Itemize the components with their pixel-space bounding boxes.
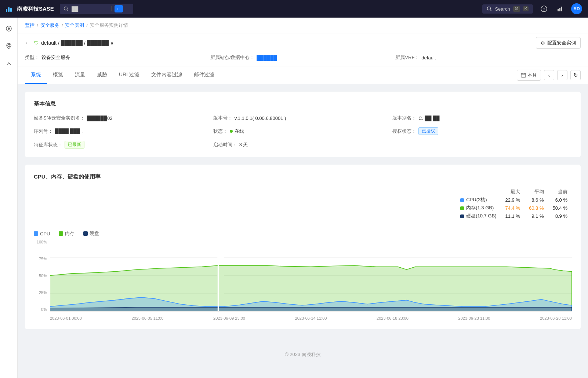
field-auth-status: 授权状态： 已授权 [392,127,572,135]
field-serial: 序列号： ████ ███ . [34,127,213,135]
chart-inline-legend: CPU 内存 硬盘 [34,230,572,237]
tabs-right-controls: 本月 ‹ › ↻ [517,70,581,81]
next-button[interactable]: › [557,70,567,80]
meta-type: 类型： 设备安全服务 [25,54,210,61]
field-status: 状态： 在线 [213,127,393,135]
sidebar-item-collapse[interactable] [2,57,15,70]
memory-color-swatch [59,231,63,236]
svg-text:?: ? [543,7,545,11]
sidebar [0,18,18,378]
memory-legend-dot [460,206,464,210]
cpu-legend-item: CPU [34,231,50,236]
svg-point-10 [8,27,10,30]
instance-header-left: ← 🛡 default / ██████ / ██████ ∨ [25,40,114,46]
svg-point-0 [64,7,67,10]
chart-x-labels: 2023-06-01 00:00 2023-06-05 11:00 2023-0… [50,316,572,320]
disk-legend-item: 硬盘 [83,230,99,237]
tab-url-filter[interactable]: URL过滤 [113,66,145,84]
svg-rect-7 [559,8,560,11]
svg-point-11 [8,44,10,47]
chart-y-labels: 100% 75% 50% 25% 0% [34,240,48,312]
chart-svg [50,240,572,311]
calendar-icon [521,73,526,78]
back-button[interactable]: ← [25,40,31,46]
location-icon [6,43,12,49]
main-content: 监控 / 安全服务 / 安全实例 / 安全服务实例详情 ← 🛡 default … [18,18,588,378]
chart-icon-button[interactable] [555,4,565,14]
instance-header: ← 🛡 default / ██████ / ██████ ∨ ⚙ 配置安全实例 [18,33,588,49]
auth-status-badge: 已授权 [418,127,438,135]
basic-info-card: 基本信息 设备SN/云安全实例名： ██████02 版本号： v.1.1.0.… [25,92,581,157]
topnav-search-box[interactable]: □ [60,4,133,14]
breadcrumb-security-service[interactable]: 安全服务 [40,22,59,29]
tab-overview[interactable]: 概览 [47,66,69,84]
breadcrumb-security-instance[interactable]: 安全实例 [65,22,84,29]
cpu-chart-wrapper: 100% 75% 50% 25% 0% [34,240,572,320]
tab-threat[interactable]: 威胁 [91,66,113,84]
svg-marker-24 [50,307,572,311]
tab-mail-filter[interactable]: 邮件过滤 [188,66,220,84]
cpu-color-swatch [34,231,38,236]
topnav-search-input[interactable] [72,6,108,12]
topnav: 南凌科技SASE □ Search ⌘ K ? [0,0,588,18]
cpu-chart-title: CPU、内存、硬盘的使用率 [34,173,572,180]
field-version-alias: 版本别名： C. ██ ██ [392,115,572,121]
legend-row-cpu: CPU(2核) 22.9 % 8.6 % 6.0 % [456,196,572,204]
search-small-icon [63,6,69,11]
topnav-search-button[interactable]: □ [115,5,123,12]
tabs-bar: 系统 概览 流量 威胁 URL过滤 文件内容过滤 邮件过滤 本月 ‹ › ↻ [18,66,588,84]
content-area: 基本信息 设备SN/云安全实例名： ██████02 版本号： v.1.1.0.… [18,84,588,344]
meta-info: 类型： 设备安全服务 所属站点/数据中心： ██████ 所属VRF： defa… [18,49,588,66]
instance-title: 🛡 default / ██████ / ██████ ∨ [34,40,114,46]
disk-color-swatch [83,231,88,236]
svg-rect-6 [558,9,559,11]
footer: © 2023 南凌科技 [18,344,588,362]
disk-legend-dot [460,214,464,218]
config-btn[interactable]: ⚙ 配置安全实例 [536,37,581,49]
search-bar[interactable]: Search ⌘ K [482,4,533,14]
topnav-right: Search ⌘ K ? AD [482,3,582,14]
tab-system[interactable]: 系统 [25,66,47,84]
logo-icon [6,6,15,12]
logo: 南凌科技SASE [6,5,54,12]
svg-line-3 [490,10,492,11]
breadcrumb: 监控 / 安全服务 / 安全实例 / 安全服务实例详情 [18,18,588,33]
tab-traffic[interactable]: 流量 [69,66,91,84]
meta-vrf: 所属VRF： default [395,54,581,61]
prev-button[interactable]: ‹ [544,70,554,80]
collapse-icon [6,60,12,67]
search-icon [487,6,492,11]
feature-status-badge: 已最新 [65,141,84,148]
svg-rect-12 [521,73,526,77]
sidebar-item-location[interactable] [2,40,15,53]
instance-name: default / ██████ / ██████ ∨ [41,40,114,46]
chart-svg-area [50,240,572,312]
user-avatar[interactable]: AD [571,3,582,14]
svg-rect-8 [561,7,562,11]
help-icon-button[interactable]: ? [539,4,549,14]
breadcrumb-current: 安全服务实例详情 [90,22,128,29]
svg-point-2 [487,7,491,10]
tab-file-content[interactable]: 文件内容过滤 [145,66,188,84]
field-uptime: 启动时间： 3 天 [213,141,393,148]
field-empty [392,141,572,148]
cpu-legend-dot [460,198,464,202]
field-device-sn: 设备SN/云安全实例名： ██████02 [34,115,213,121]
cpu-chart-card: CPU、内存、硬盘的使用率 最大 平均 当前 CPU(2核) [25,165,581,329]
field-feature-status: 特征库状态： 已最新 [34,141,213,148]
date-range-button[interactable]: 本月 [517,70,541,81]
status-dot [230,130,233,133]
breadcrumb-monitor[interactable]: 监控 [25,22,35,29]
memory-legend-item: 内存 [59,230,75,237]
field-version: 版本号： v.1.1.0.1( 0.00.6.80001 ) [213,115,393,121]
info-grid: 设备SN/云安全实例名： ██████02 版本号： v.1.1.0.1( 0.… [34,115,572,148]
meta-site: 所属站点/数据中心： ██████ [210,54,396,61]
legend-row-disk: 硬盘(10.7 GB) 11.1 % 9.1 % 8.9 % [456,212,572,220]
chart-legend-area: 最大 平均 当前 CPU(2核) 22.9 % 8.6 % 6.0 % [34,188,572,224]
sidebar-item-monitor[interactable] [2,22,15,35]
refresh-button[interactable]: ↻ [570,70,581,80]
legend-row-memory: 内存(1.3 GB) 74.4 % 60.8 % 50.4 % [456,204,572,212]
monitor-icon [6,25,12,32]
basic-info-title: 基本信息 [34,100,572,107]
chart-icon [557,5,563,12]
